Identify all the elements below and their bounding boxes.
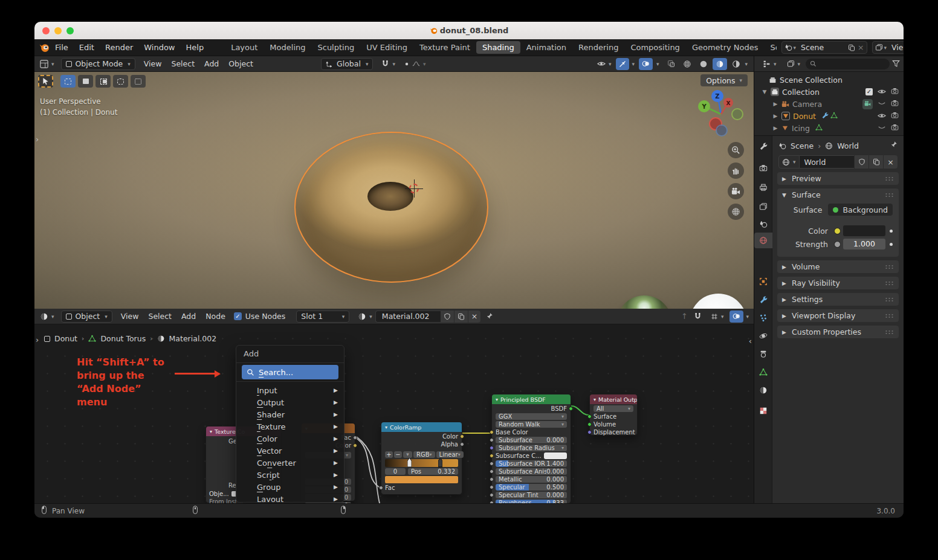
tab-material[interactable] [754, 382, 772, 398]
panel-surface-header[interactable]: ▼Surface [777, 188, 899, 201]
shader-menu-add[interactable]: Add [176, 312, 201, 321]
move-view-button[interactable] [728, 163, 744, 179]
viewlayer-selector[interactable]: ▾ ViewLayer × [872, 41, 904, 54]
strength-value-field[interactable]: 1.000 [843, 239, 885, 249]
overlays-toggle-button[interactable] [639, 58, 653, 70]
bsdf-subsurface-method-dropdown[interactable]: Random Walk▾ [496, 420, 567, 428]
camera-view-button[interactable] [728, 183, 744, 199]
shading-material-preview-button[interactable] [713, 58, 727, 70]
colorramp-header[interactable]: ▾ColorRamp [381, 422, 462, 432]
fake-user-shield-icon[interactable] [441, 311, 454, 323]
bsdf-subsurface-field[interactable]: Subsurface0.000 [496, 436, 567, 443]
bsdf-roughness-slider[interactable]: Roughness0.833 [496, 499, 567, 503]
shading-solid-button[interactable] [696, 58, 711, 70]
unlink-material-icon[interactable]: × [468, 311, 480, 323]
blender-logo-icon[interactable] [39, 42, 50, 53]
render-camera-icon[interactable] [891, 99, 899, 109]
shader-type-selector[interactable]: Object▾ [61, 311, 112, 323]
ramp-options-button[interactable]: ▾ [403, 451, 412, 458]
ramp-interpolation-dropdown[interactable]: Linear▾ [436, 451, 464, 458]
unlink-world-icon[interactable]: × [883, 155, 898, 169]
perspective-toggle-button[interactable] [728, 204, 744, 220]
subsurface-color-swatch[interactable] [544, 452, 567, 459]
outliner-row-camera[interactable]: ▶ Camera [754, 98, 904, 110]
copy-world-icon[interactable] [868, 155, 883, 169]
add-menu-item-group[interactable]: Group▶ [236, 481, 344, 493]
transform-orientation-selector[interactable]: Global▾ [321, 58, 373, 70]
material-output-node[interactable]: ▾Material Output All▾ Surface Volume Dis… [589, 394, 638, 436]
add-stop-button[interactable]: + [385, 451, 393, 458]
viewlayer-name[interactable]: ViewLayer [887, 43, 904, 52]
panel-grip[interactable] [885, 193, 894, 198]
tab-sculpting[interactable]: Sculpting [311, 41, 360, 54]
add-menu-item-layout[interactable]: Layout▶ [236, 493, 344, 503]
tab-physics[interactable] [754, 328, 772, 344]
bsdf-subsurface-color-row[interactable]: Subsurface C... [496, 452, 567, 459]
shader-overlays-button[interactable] [729, 311, 743, 323]
hidden-eye-icon[interactable] [878, 100, 886, 109]
world-color-swatch[interactable] [843, 225, 885, 236]
colorramp-color-output[interactable]: Color [385, 433, 458, 440]
toolbar-expand-arrow[interactable]: › [36, 135, 39, 144]
tab-uv-editing[interactable]: UV Editing [360, 41, 413, 54]
shader-snap-toggle-button[interactable] [691, 311, 705, 323]
tab-modeling[interactable]: Modeling [264, 41, 311, 54]
add-menu-item-color[interactable]: Color▶ [236, 433, 344, 445]
tab-texture-paint[interactable]: Texture Paint [413, 41, 476, 54]
outliner-row-icing[interactable]: ▶ Icing [754, 122, 904, 134]
tab-geometry-nodes[interactable]: Geometry Nodes [686, 41, 765, 54]
outliner-search-input[interactable] [806, 59, 890, 69]
gizmos-toggle-button[interactable] [616, 58, 629, 70]
use-nodes-checkbox[interactable]: ✓ Use Nodes [234, 312, 285, 321]
fake-user-shield-icon[interactable] [854, 155, 868, 169]
surface-type-button[interactable]: Background [828, 204, 893, 216]
add-menu-item-script[interactable]: Script▶ [236, 469, 344, 481]
material-name-field[interactable]: Material.002 [375, 311, 441, 323]
bsdf-subsurface-ior-slider[interactable]: Subsurface IOR1.400 [496, 460, 567, 467]
colorramp-node[interactable]: ▾ColorRamp Color Alpha + − ▾ RGB▾ Linear… [381, 422, 462, 495]
tab-particles[interactable] [754, 310, 772, 326]
viewport-menu-view[interactable]: View [139, 59, 167, 68]
tab-tool[interactable] [754, 138, 772, 154]
outliner-row-scene-collection[interactable]: Scene Collection [754, 74, 904, 86]
panel-viewport-display-header[interactable]: ▶Viewport Display [777, 309, 899, 322]
animate-dot-icon[interactable] [890, 243, 893, 246]
donut-object[interactable] [294, 132, 488, 283]
panel-grip[interactable] [885, 265, 894, 269]
viewport-menu-object[interactable]: Object [224, 59, 258, 68]
tab-output[interactable] [754, 179, 772, 195]
bsdf-specular-tint-field[interactable]: Specular Tint0.000 [496, 491, 567, 498]
add-menu-item-texture[interactable]: Texture▶ [236, 420, 344, 433]
add-menu-item-vector[interactable]: Vector▶ [236, 445, 344, 457]
shader-menu-view[interactable]: View [116, 312, 144, 321]
outliner-filter-mode-button[interactable]: ▾ [784, 58, 804, 70]
ramp-stop[interactable] [438, 458, 442, 468]
menu-render[interactable]: Render [100, 43, 138, 52]
unlink-scene-icon[interactable]: × [858, 43, 864, 52]
render-camera-icon[interactable] [891, 87, 899, 97]
ramp-stop-color-swatch[interactable] [385, 475, 458, 483]
select-more-tool-button[interactable] [131, 75, 146, 88]
tab-texture[interactable] [754, 403, 772, 419]
tab-constraints[interactable] [754, 346, 772, 362]
add-menu-item-output[interactable]: Output▶ [236, 396, 344, 408]
add-menu-item-input[interactable]: Input▶ [236, 384, 344, 396]
panel-grip[interactable] [885, 297, 894, 302]
bsdf-base-color-input[interactable]: Base Color [496, 428, 567, 436]
scene-selector[interactable]: ▾ Scene × [781, 41, 867, 54]
xray-toggle-button[interactable] [664, 58, 678, 70]
color-ramp-gradient[interactable] [385, 459, 458, 467]
output-target-dropdown[interactable]: All▾ [594, 405, 633, 412]
menu-edit[interactable]: Edit [74, 43, 100, 52]
outliner-filter-icon[interactable] [892, 60, 900, 68]
material-browse-button[interactable]: ▾ [355, 311, 375, 323]
expand-caret-icon[interactable]: ▶ [772, 101, 778, 107]
select-circle-tool-button[interactable] [95, 75, 111, 88]
shader-node-canvas[interactable]: › ‹ Donut › Donut Torus › Material.002 H… [34, 324, 754, 503]
breadcrumb-scene[interactable]: Scene [791, 141, 813, 150]
panel-grip[interactable] [885, 176, 894, 181]
pin-id-icon[interactable] [890, 141, 898, 150]
tab-scene[interactable] [754, 216, 772, 232]
tab-animation[interactable]: Animation [520, 41, 572, 54]
render-camera-icon[interactable] [891, 123, 899, 133]
